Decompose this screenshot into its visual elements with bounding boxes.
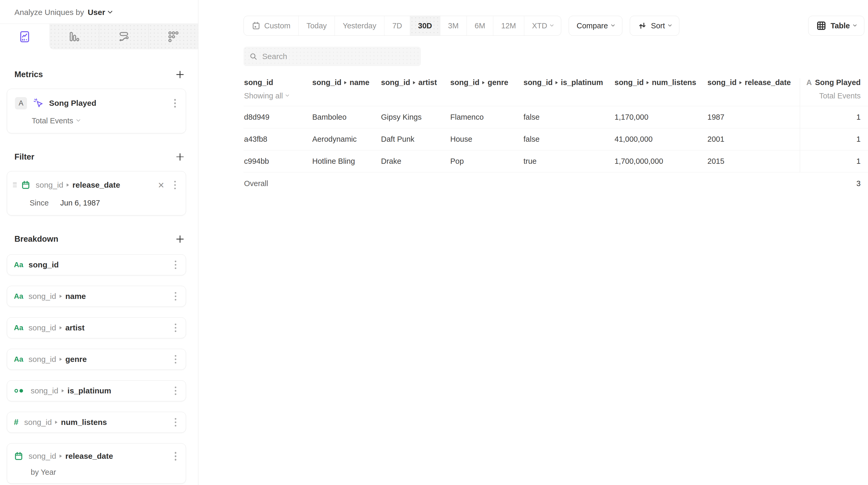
breakdown-subproperty: name bbox=[65, 292, 86, 301]
date-range-xtd[interactable]: XTD bbox=[524, 16, 561, 35]
property-arrow-icon bbox=[413, 81, 415, 84]
date-range-yesterday[interactable]: Yesterday bbox=[335, 16, 384, 35]
metric-card[interactable]: A Song Played Total Events bbox=[7, 89, 186, 133]
breakdown-options-kebab[interactable] bbox=[172, 290, 179, 303]
cell-genre: House bbox=[450, 128, 523, 150]
property-arrow-icon bbox=[739, 81, 742, 84]
toolbar: Custom Today Yesterday 7D 30D 3M 6M 12M … bbox=[244, 16, 868, 36]
breakdown-options-kebab[interactable] bbox=[172, 416, 179, 429]
filter-operator-dropdown[interactable]: Since bbox=[30, 199, 49, 207]
chevron-down-icon bbox=[611, 23, 615, 27]
analysis-entity-value: User bbox=[88, 8, 105, 17]
metric-options-kebab[interactable] bbox=[172, 96, 179, 110]
compare-button[interactable]: Compare bbox=[568, 16, 622, 36]
tab-bar-chart[interactable] bbox=[49, 24, 99, 49]
date-range-control: Custom Today Yesterday 7D 30D 3M 6M 12M … bbox=[244, 16, 561, 36]
metric-series-letter: A bbox=[806, 78, 812, 87]
remove-filter-button[interactable]: × bbox=[156, 180, 165, 190]
column-header-artist[interactable]: song_idartist bbox=[380, 78, 450, 93]
column-label: song_id bbox=[381, 78, 410, 87]
breakdown-title: Breakdown bbox=[14, 234, 58, 244]
tab-insights-chart[interactable] bbox=[0, 24, 49, 49]
metrics-section-header: Metrics bbox=[14, 70, 184, 79]
breakdown-options-kebab[interactable] bbox=[172, 258, 179, 272]
date-range-custom[interactable]: Custom bbox=[244, 16, 298, 35]
date-range-7d[interactable]: 7D bbox=[384, 16, 410, 35]
metric-series-badge: A bbox=[15, 97, 27, 110]
date-range-6m[interactable]: 6M bbox=[467, 16, 493, 35]
drag-handle-icon[interactable] bbox=[13, 183, 17, 187]
date-range-label: 7D bbox=[392, 22, 402, 30]
breakdown-item-is-platinum[interactable]: song_id is_platinum bbox=[7, 380, 186, 401]
breakdown-options-kebab[interactable] bbox=[172, 384, 179, 398]
sort-arrows-icon bbox=[638, 21, 647, 30]
date-range-label: Today bbox=[307, 22, 327, 30]
property-arrow-icon bbox=[60, 326, 62, 329]
metric-aggregation-dropdown[interactable]: Total Events bbox=[32, 117, 179, 125]
column-header-song-id[interactable]: song_id Showing all bbox=[244, 78, 312, 106]
tab-flows[interactable] bbox=[99, 24, 149, 49]
column-header-name[interactable]: song_idname bbox=[312, 78, 380, 93]
property-arrow-icon bbox=[344, 81, 347, 84]
search-input[interactable] bbox=[262, 52, 415, 61]
filter-card[interactable]: song_id release_date × Since Jun 6, 1987 bbox=[7, 171, 186, 216]
property-arrow-icon bbox=[647, 81, 649, 84]
view-type-button[interactable]: Table bbox=[808, 16, 864, 36]
string-property-icon: Aa bbox=[14, 355, 23, 363]
breakdown-property: song_id bbox=[29, 260, 59, 269]
cell-genre: Flamenco bbox=[450, 106, 523, 128]
add-metric-button[interactable] bbox=[176, 70, 184, 79]
column-header-is-platinum[interactable]: song_idis_platinum bbox=[523, 78, 614, 93]
column-header-num-listens[interactable]: song_idnum_listens bbox=[614, 78, 707, 93]
breakdown-options-kebab[interactable] bbox=[172, 353, 179, 366]
breakdown-bucket-dropdown[interactable]: by Year bbox=[31, 468, 179, 477]
breakdown-item-name[interactable]: Aa song_id name bbox=[7, 286, 186, 307]
breakdown-subproperty: is_platinum bbox=[67, 386, 111, 395]
cell-artist: Daft Punk bbox=[380, 128, 450, 150]
date-range-today[interactable]: Today bbox=[298, 16, 335, 35]
breakdown-property: song_id bbox=[24, 418, 52, 427]
date-range-3m[interactable]: 3M bbox=[440, 16, 467, 35]
breakdown-options-kebab[interactable] bbox=[172, 321, 179, 335]
cell-num-listens: 41,000,000 bbox=[614, 128, 707, 150]
showing-all-dropdown[interactable]: Showing all bbox=[244, 92, 307, 100]
breakdown-item-genre[interactable]: Aa song_id genre bbox=[7, 349, 186, 370]
funnel-dots-icon bbox=[167, 30, 180, 43]
property-arrow-icon bbox=[60, 358, 62, 361]
metrics-title: Metrics bbox=[14, 70, 43, 79]
boolean-property-icon bbox=[14, 387, 26, 394]
property-arrow-icon bbox=[62, 389, 64, 392]
add-breakdown-button[interactable] bbox=[176, 235, 184, 244]
column-header-metric[interactable]: A Song Played Total Events bbox=[800, 78, 868, 106]
add-filter-button[interactable] bbox=[176, 152, 184, 161]
cell-song-id: a43fb8 bbox=[244, 128, 312, 150]
breakdown-item-song-id[interactable]: Aa song_id bbox=[7, 254, 186, 275]
analysis-entity-dropdown[interactable]: User bbox=[88, 8, 112, 17]
cell-num-listens: 1,170,000 bbox=[614, 106, 707, 128]
breakdown-item-release-date[interactable]: song_id release_date by Year bbox=[7, 443, 186, 484]
calendar-icon bbox=[14, 451, 23, 461]
sort-button[interactable]: Sort bbox=[630, 16, 679, 36]
date-range-label: 6M bbox=[475, 22, 485, 30]
breakdown-options-kebab[interactable] bbox=[172, 449, 179, 463]
cell-release-date: 2015 bbox=[707, 150, 800, 172]
cell-name: Bamboleo bbox=[312, 106, 380, 128]
chevron-down-icon bbox=[668, 23, 672, 27]
compare-label: Compare bbox=[577, 22, 608, 30]
column-header-genre[interactable]: song_idgenre bbox=[450, 78, 523, 93]
overall-value: 3 bbox=[800, 179, 868, 188]
column-header-release-date[interactable]: song_idrelease_date bbox=[707, 78, 800, 93]
string-property-icon: Aa bbox=[14, 324, 23, 332]
query-sidebar: Analyze Uniques by User bbox=[0, 0, 198, 485]
line-chart-card-icon bbox=[19, 30, 31, 43]
breakdown-item-artist[interactable]: Aa song_id artist bbox=[7, 317, 186, 338]
filter-value[interactable]: Jun 6, 1987 bbox=[60, 199, 100, 207]
filter-property: song_id bbox=[36, 181, 63, 189]
date-range-12m[interactable]: 12M bbox=[493, 16, 524, 35]
chevron-down-icon bbox=[550, 23, 553, 27]
tab-funnel[interactable] bbox=[149, 24, 198, 49]
column-sublabel: artist bbox=[418, 78, 437, 87]
filter-options-kebab[interactable] bbox=[172, 178, 179, 192]
breakdown-item-num-listens[interactable]: # song_id num_listens bbox=[7, 412, 186, 433]
date-range-30d[interactable]: 30D bbox=[410, 16, 440, 35]
